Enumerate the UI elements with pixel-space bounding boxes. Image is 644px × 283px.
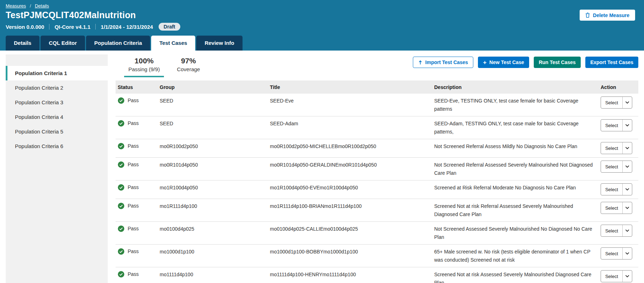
table-row: Pass mo1000d1p100 mo1000d1p100-BOBBYmo10… <box>116 245 638 267</box>
run-test-cases-button[interactable]: Run Test Cases <box>534 57 581 68</box>
status-pass-label: Pass <box>128 97 139 104</box>
passing-label: Passing (9/9) <box>128 65 160 73</box>
group-cell: SEED <box>160 120 270 127</box>
action-cell: Select <box>601 97 638 109</box>
sidebar-item-population-criteria[interactable]: Population Criteria 3 <box>6 95 108 110</box>
check-circle-icon <box>118 271 124 278</box>
measure-version: Version 0.0.000 <box>6 24 44 30</box>
action-select-label: Select <box>601 142 622 154</box>
action-select[interactable]: Select <box>601 202 632 214</box>
description-cell: Screened at Risk Referral Moderate No Di… <box>434 184 601 192</box>
sidebar-item-population-criteria[interactable]: Population Criteria 1 <box>6 66 108 80</box>
description-cell: SEED-Eve, TESTING ONLY, test case female… <box>434 97 601 113</box>
chevron-down-icon <box>622 248 632 259</box>
meta-divider <box>49 24 49 30</box>
test-case-actions: Import Test Cases + New Test Case Run Te… <box>413 57 638 68</box>
sidebar-item-population-criteria[interactable]: Population Criteria 2 <box>6 80 108 95</box>
measure-tab[interactable]: Details <box>6 36 39 51</box>
table-row: Pass mo1R100d4p050 mo1R100d4p050-EVEmo1R… <box>116 180 638 199</box>
check-circle-icon <box>118 120 124 127</box>
check-circle-icon <box>118 225 124 232</box>
action-cell: Select <box>601 120 638 131</box>
test-case-stats: 100% Passing (9/9) 97% Coverage <box>124 56 204 77</box>
action-select-label: Select <box>601 202 622 214</box>
delete-measure-button[interactable]: Delete Measure <box>580 10 635 21</box>
new-test-case-button[interactable]: + New Test Case <box>478 57 529 68</box>
column-header-status: Status <box>118 84 160 91</box>
chevron-down-icon <box>622 120 632 131</box>
status-pass-label: Pass <box>128 120 139 127</box>
sidebar-item-population-criteria[interactable]: Population Criteria 4 <box>6 110 108 124</box>
action-cell: Select <box>601 202 638 214</box>
action-select-label: Select <box>601 271 622 282</box>
title-cell: mo0R101d4p050-GERALDINEmo0R101d4p050 <box>270 161 434 168</box>
breadcrumb-link-measures[interactable]: Measures <box>6 3 26 9</box>
action-select-label: Select <box>601 97 622 108</box>
passing-stat-tab[interactable]: 100% Passing (9/9) <box>124 56 164 77</box>
test-cases-content: Population Criteria 1 Population Criteri… <box>0 51 644 283</box>
chevron-down-icon <box>622 225 632 236</box>
action-select[interactable]: Select <box>601 247 632 260</box>
test-cases-toolbar: 100% Passing (9/9) 97% Coverage Import T… <box>116 54 638 80</box>
check-circle-icon <box>118 184 124 191</box>
measure-tab[interactable]: CQL Editor <box>41 36 85 51</box>
sidebar-spacer <box>6 54 108 66</box>
action-select[interactable]: Select <box>601 225 632 237</box>
action-cell: Select <box>601 161 638 173</box>
group-cell: SEED <box>160 97 270 104</box>
description-cell: Not Screened Referral Assessed Severely … <box>434 161 601 177</box>
column-header-action: Action <box>601 84 638 90</box>
delete-measure-label: Delete Measure <box>593 12 629 18</box>
action-select[interactable]: Select <box>601 183 632 195</box>
chevron-down-icon <box>622 202 632 214</box>
sidebar-item-population-criteria[interactable]: Population Criteria 6 <box>6 139 108 153</box>
description-cell: SEED-Adam, TESTING ONLY, test case male … <box>434 120 601 136</box>
status-pass-label: Pass <box>128 184 139 191</box>
action-select[interactable]: Select <box>601 142 632 154</box>
measure-tab[interactable]: Population Criteria <box>86 36 150 51</box>
measure-meta: Version 0.0.000 QI-Core v4.1.1 1/1/2024 … <box>0 21 644 31</box>
status-cell: Pass <box>118 248 160 255</box>
action-select[interactable]: Select <box>601 96 632 109</box>
title-cell: SEED-Adam <box>270 120 434 127</box>
population-criteria-sidebar: Population Criteria 1 Population Criteri… <box>6 54 108 283</box>
action-select[interactable]: Select <box>601 161 632 173</box>
status-badge: Draft <box>159 23 180 31</box>
group-cell: mo1R111d4p100 <box>160 202 270 210</box>
coverage-stat-tab[interactable]: 97% Coverage <box>172 56 204 77</box>
status-cell: Pass <box>118 225 160 232</box>
action-select-label: Select <box>601 248 622 259</box>
chevron-down-icon <box>622 271 632 282</box>
group-cell: mo0R101d4p050 <box>160 161 270 168</box>
export-test-cases-button[interactable]: Export Test Cases <box>585 57 638 68</box>
coverage-label: Coverage <box>177 65 200 73</box>
action-select-label: Select <box>601 225 622 236</box>
status-pass-label: Pass <box>128 225 139 232</box>
action-select-label: Select <box>601 161 622 172</box>
group-cell: mo0100d4p025 <box>160 225 270 232</box>
measurement-period: 1/1/2024 - 12/31/2024 <box>101 24 153 30</box>
measure-tab[interactable]: Review Info <box>196 36 242 51</box>
title-cell: mo1000d1p100-BOBBYmo1000d1p100 <box>270 248 434 255</box>
import-test-cases-button[interactable]: Import Test Cases <box>413 57 473 68</box>
breadcrumb-link-details[interactable]: Details <box>35 3 49 9</box>
table-row: Pass mo1R111d4p100 mo1R111d4p100-BRIANmo… <box>116 199 638 222</box>
check-circle-icon <box>118 97 124 104</box>
measure-tabbar: Details CQL Editor Population Criteria T… <box>0 36 644 51</box>
group-cell: mo1R100d4p050 <box>160 184 270 191</box>
plus-icon: + <box>483 59 486 65</box>
table-row: Pass mo0R101d4p050 mo0R101d4p050-GERALDI… <box>116 158 638 180</box>
status-pass-label: Pass <box>128 271 139 278</box>
action-select[interactable]: Select <box>601 119 632 131</box>
sidebar-item-population-criteria[interactable]: Population Criteria 5 <box>6 124 108 139</box>
action-cell: Select <box>601 225 638 237</box>
measure-tab[interactable]: Test Cases <box>151 36 195 51</box>
description-cell: Screened Not at risk Referral Assessed S… <box>434 202 601 219</box>
action-cell: Select <box>601 184 638 195</box>
title-cell: SEED-Eve <box>270 97 434 104</box>
breadcrumb: Measures / Details <box>0 0 644 9</box>
check-circle-icon <box>118 161 124 168</box>
action-select[interactable]: Select <box>601 270 632 282</box>
description-cell: Not Screened Assessed Severely Malnouris… <box>434 225 601 241</box>
passing-percent: 100% <box>128 56 160 65</box>
